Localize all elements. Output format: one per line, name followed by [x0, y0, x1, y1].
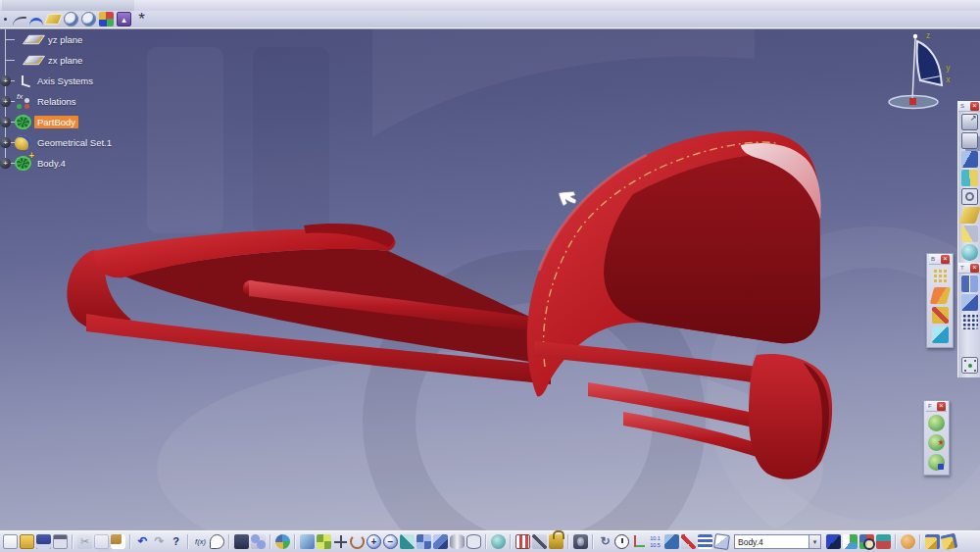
bottom-toolbar: [0, 530, 980, 552]
new-icon[interactable]: [3, 534, 18, 549]
healing-icon[interactable]: [961, 294, 978, 311]
chevron-down-icon[interactable]: [808, 534, 821, 549]
transform-icon[interactable]: [961, 357, 978, 374]
iso-view-icon[interactable]: [433, 534, 448, 549]
shade-icon[interactable]: [450, 534, 465, 549]
swap-icon[interactable]: [876, 534, 891, 549]
context-help-icon[interactable]: [169, 534, 183, 549]
powercopy2-icon[interactable]: [941, 533, 958, 551]
toolbar-grip[interactable]: [4, 18, 7, 21]
specification-tree: yz plane zx plane Axis Systems Relations…: [0, 29, 196, 174]
open-icon[interactable]: [20, 534, 34, 549]
feature-selector-combo[interactable]: [734, 534, 821, 549]
turntable-icon[interactable]: [491, 534, 506, 549]
spline-icon[interactable]: [13, 17, 26, 25]
view-compass[interactable]: z y x: [887, 29, 957, 116]
ruler-icon[interactable]: [515, 534, 530, 549]
tree-item-yz-plane[interactable]: yz plane: [0, 29, 196, 50]
wireframe-icon[interactable]: [466, 534, 481, 549]
prism-icon[interactable]: [713, 533, 730, 550]
toolbar-header[interactable]: F: [926, 401, 947, 412]
copy-icon[interactable]: [94, 534, 109, 549]
expander-icon[interactable]: [0, 158, 11, 169]
datum-icon[interactable]: [251, 534, 266, 549]
zoom-in-icon[interactable]: [367, 534, 381, 549]
powercopy-icon[interactable]: [925, 534, 940, 549]
paste-icon[interactable]: [111, 534, 125, 549]
cut-icon[interactable]: [77, 534, 92, 549]
camera-icon[interactable]: [573, 534, 588, 549]
undo-icon[interactable]: [135, 534, 150, 549]
normal-view-icon[interactable]: [400, 534, 415, 549]
map-icon[interactable]: [843, 534, 858, 549]
toolbar-header[interactable]: B: [929, 254, 951, 265]
browser-icon[interactable]: [859, 534, 874, 549]
tree-item-zx-plane[interactable]: zx plane: [0, 50, 196, 71]
toolbar-header[interactable]: T: [958, 263, 980, 274]
snap1-icon[interactable]: [64, 12, 78, 26]
update-icon[interactable]: [598, 534, 612, 549]
apply-material-icon[interactable]: [928, 415, 945, 431]
loft-icon[interactable]: [958, 207, 980, 224]
close-icon[interactable]: [970, 264, 979, 273]
separator: [187, 534, 189, 549]
comment-icon[interactable]: [210, 534, 224, 549]
part-icon[interactable]: [664, 534, 679, 549]
viewpoint-icon[interactable]: [234, 534, 249, 549]
close-icon[interactable]: [941, 255, 950, 264]
constraint-icon[interactable]: [681, 534, 696, 549]
expander-icon[interactable]: [0, 96, 11, 107]
fill-surface-icon[interactable]: [961, 170, 978, 186]
workbench-multi-icon[interactable]: [99, 12, 114, 26]
expander-icon[interactable]: [0, 137, 11, 148]
blend-icon[interactable]: [961, 226, 978, 242]
sphere-surface-icon[interactable]: [961, 244, 978, 261]
tree-item-axis-systems[interactable]: Axis Systems: [0, 71, 196, 91]
select-tool-icon[interactable]: [117, 12, 131, 26]
close-icon[interactable]: [970, 102, 979, 111]
join-icon[interactable]: [961, 276, 978, 292]
knowledge-icon[interactable]: [901, 534, 915, 549]
material-star-icon[interactable]: [928, 434, 945, 451]
rotate-icon[interactable]: [350, 534, 365, 549]
tree-item-partbody[interactable]: PartBody: [0, 112, 196, 132]
snap2-icon[interactable]: [81, 12, 96, 26]
expander-icon[interactable]: [0, 117, 11, 127]
lock-icon[interactable]: [549, 534, 564, 549]
point-multi-icon[interactable]: [932, 268, 949, 284]
clock-icon[interactable]: [614, 534, 629, 549]
fit-all-icon[interactable]: [317, 534, 331, 549]
save-icon[interactable]: [36, 534, 51, 549]
multi-view-icon[interactable]: [416, 534, 431, 549]
workbench-icon[interactable]: [275, 534, 290, 549]
measure-icon[interactable]: [532, 534, 547, 549]
paint-icon[interactable]: [826, 534, 841, 549]
grid-icon[interactable]: [961, 313, 978, 329]
dimension-icon[interactable]: [648, 534, 662, 549]
feature-selector-input[interactable]: [734, 534, 808, 549]
pan-icon[interactable]: [333, 534, 348, 549]
sweep-icon[interactable]: [961, 151, 978, 168]
arc-icon[interactable]: [29, 18, 43, 25]
redo-icon[interactable]: [152, 534, 167, 549]
fx-icon[interactable]: [193, 534, 208, 549]
fly-icon[interactable]: [300, 534, 315, 549]
stack-icon[interactable]: [698, 534, 712, 549]
polyline-icon[interactable]: [932, 307, 949, 324]
zoom-out-icon[interactable]: [383, 534, 398, 549]
isoparametric-icon[interactable]: [932, 326, 949, 343]
tree-item-body4[interactable]: Body.4: [0, 153, 196, 174]
tree-item-relations[interactable]: Relations: [0, 91, 196, 112]
axis-system-icon[interactable]: [631, 534, 646, 549]
extrude-icon[interactable]: [961, 114, 978, 130]
constraint-star-icon[interactable]: [134, 12, 149, 26]
snapshot-icon[interactable]: [961, 188, 978, 205]
material-link-icon[interactable]: [928, 454, 945, 471]
expander-icon[interactable]: [0, 75, 11, 86]
toolbar-header[interactable]: S: [958, 101, 980, 112]
close-icon[interactable]: [937, 402, 946, 411]
offset-icon[interactable]: [961, 132, 978, 149]
plane-between-icon[interactable]: [929, 287, 950, 304]
patch-icon[interactable]: [44, 14, 64, 25]
print-icon[interactable]: [53, 534, 68, 549]
